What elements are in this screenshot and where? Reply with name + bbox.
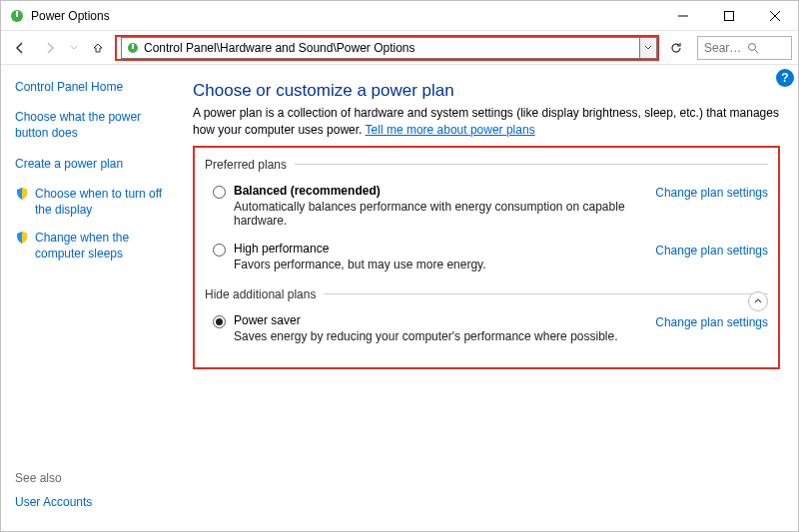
see-also-header: See also — [15, 471, 177, 485]
change-settings-saver[interactable]: Change plan settings — [655, 315, 768, 329]
plan-saver-name: Power saver — [234, 313, 645, 327]
address-bar[interactable]: Control Panel\Hardware and Sound\Power O… — [121, 37, 639, 59]
search-placeholder: Search Co... — [704, 41, 743, 55]
address-text: Control Panel\Hardware and Sound\Power O… — [144, 41, 639, 55]
collapse-additional-button[interactable] — [748, 291, 768, 311]
sidebar-link-turn-off-display[interactable]: Choose when to turn off the display — [35, 186, 177, 218]
sidebar-link-computer-sleeps[interactable]: Change when the computer sleeps — [35, 230, 177, 262]
plan-balanced-radio[interactable] — [213, 186, 226, 199]
search-input[interactable]: Search Co... — [697, 36, 792, 60]
search-icon — [747, 42, 786, 54]
plan-balanced: Balanced (recommended) Automatically bal… — [205, 180, 768, 238]
plans-highlight: Preferred plans Balanced (recommended) A… — [193, 146, 780, 369]
minimize-button[interactable] — [660, 1, 706, 31]
recent-dropdown[interactable] — [67, 35, 81, 61]
address-icon — [126, 41, 140, 55]
page-description: A power plan is a collection of hardware… — [193, 105, 780, 140]
plan-saver-radio[interactable] — [213, 315, 226, 328]
plan-power-saver: Power saver Saves energy by reducing you… — [205, 309, 768, 353]
shield-icon — [15, 231, 29, 245]
address-dropdown[interactable] — [639, 37, 657, 59]
plan-balanced-desc: Automatically balances performance with … — [234, 200, 645, 228]
address-bar-highlight: Control Panel\Hardware and Sound\Power O… — [115, 35, 659, 61]
page-title: Choose or customize a power plan — [193, 81, 780, 101]
change-settings-high[interactable]: Change plan settings — [655, 244, 768, 258]
svg-point-5 — [748, 43, 755, 50]
svg-rect-1 — [16, 11, 18, 17]
forward-button[interactable] — [37, 35, 63, 61]
change-settings-balanced[interactable]: Change plan settings — [655, 186, 768, 200]
sidebar: Control Panel Home Choose what the power… — [1, 65, 187, 531]
up-button[interactable] — [85, 35, 111, 61]
plan-balanced-name: Balanced (recommended) — [234, 184, 645, 198]
additional-plans-legend: Hide additional plans — [205, 287, 324, 301]
see-also-user-accounts[interactable]: User Accounts — [15, 495, 177, 509]
plan-high-name: High performance — [234, 242, 645, 256]
plan-high-radio[interactable] — [213, 244, 226, 257]
additional-plans-group: Hide additional plans Power saver Saves … — [205, 287, 768, 353]
plan-high-performance: High performance Favors performance, but… — [205, 238, 768, 281]
control-panel-home-link[interactable]: Control Panel Home — [15, 79, 177, 95]
shield-icon — [15, 187, 29, 201]
sidebar-link-create-plan[interactable]: Create a power plan — [15, 156, 177, 172]
preferred-plans-legend: Preferred plans — [205, 158, 295, 172]
back-button[interactable] — [7, 35, 33, 61]
close-button[interactable] — [752, 1, 798, 31]
tell-me-more-link[interactable]: Tell me more about power plans — [366, 123, 535, 137]
main-content: ? Choose or customize a power plan A pow… — [187, 65, 798, 531]
svg-rect-4 — [132, 44, 134, 49]
window-title: Power Options — [31, 9, 110, 23]
preferred-plans-group: Preferred plans Balanced (recommended) A… — [205, 158, 768, 281]
title-bar: Power Options — [1, 1, 798, 31]
app-icon — [9, 8, 25, 24]
refresh-button[interactable] — [663, 35, 689, 61]
svg-rect-2 — [725, 11, 734, 20]
plan-high-desc: Favors performance, but may use more ene… — [234, 258, 645, 271]
maximize-button[interactable] — [706, 1, 752, 31]
help-button[interactable]: ? — [776, 69, 794, 87]
plan-saver-desc: Saves energy by reducing your computer's… — [234, 329, 645, 343]
sidebar-link-power-button[interactable]: Choose what the power button does — [15, 109, 177, 141]
navigation-toolbar: Control Panel\Hardware and Sound\Power O… — [1, 31, 798, 65]
